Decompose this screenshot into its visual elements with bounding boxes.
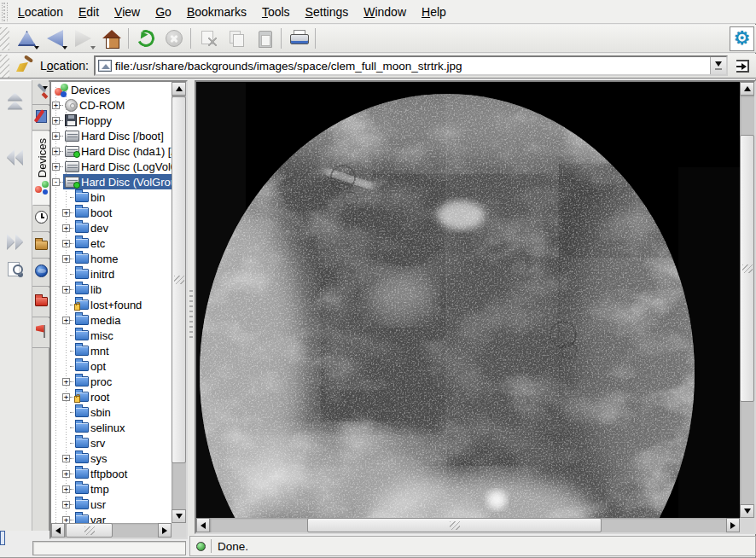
konqueror-gear-icon[interactable]: ⚙ <box>730 26 754 51</box>
tree-item-root[interactable]: +root <box>51 389 172 404</box>
tree-item-proc[interactable]: +proc <box>51 374 172 389</box>
sidebar-tab-bookmarks[interactable] <box>32 106 50 131</box>
scroll-up-button[interactable] <box>740 82 754 96</box>
cut-button[interactable] <box>194 26 222 51</box>
tree-item-lib[interactable]: +lib <box>51 282 172 297</box>
tree-item-home[interactable]: +home <box>51 251 172 266</box>
sidebar-tab-history[interactable] <box>32 206 50 232</box>
menu-location[interactable]: Location <box>10 2 71 22</box>
forward-fast-button[interactable] <box>3 229 27 254</box>
tree-item-bin[interactable]: bin <box>51 189 172 205</box>
tree-item-tftpboot[interactable]: +tftpboot <box>51 466 172 481</box>
home-button[interactable] <box>97 26 125 51</box>
go-button[interactable] <box>731 55 753 77</box>
scroll-up-button[interactable] <box>3 116 27 142</box>
print-button[interactable] <box>284 26 312 51</box>
location-input[interactable]: file:/usr/share/backgrounds/images/space… <box>115 60 710 73</box>
tree-item-dev[interactable]: +dev <box>51 220 172 235</box>
menu-go[interactable]: Go <box>148 2 179 22</box>
scrollbar-thumb[interactable] <box>172 96 186 463</box>
location-combobox[interactable]: file:/usr/share/backgrounds/images/space… <box>94 55 728 76</box>
tree-item-mnt[interactable]: mnt <box>51 343 172 358</box>
dropdown-arrow-icon[interactable] <box>34 46 39 49</box>
scrollbar-thumb[interactable] <box>66 523 113 538</box>
tree-item-var[interactable]: +var <box>51 512 172 523</box>
tree-expander[interactable]: + <box>62 255 70 263</box>
tree-item-media[interactable]: +media <box>51 312 172 328</box>
tree-expander[interactable]: + <box>62 240 70 247</box>
copy-button[interactable] <box>222 26 250 51</box>
tree-item-etc[interactable]: +etc <box>51 235 172 251</box>
tree-item-initrd[interactable]: initrd <box>51 266 172 282</box>
tree-item-sbin[interactable]: sbin <box>51 404 172 420</box>
tree-expander[interactable]: + <box>52 163 60 171</box>
sidebar-tab-home-directory[interactable] <box>32 233 50 259</box>
locationbar-handle[interactable] <box>0 55 9 78</box>
tree-item-hard-disc-boot[interactable]: +Hard Disc [/boot] <box>51 128 172 143</box>
scroll-left-button[interactable] <box>196 518 210 532</box>
sidebar-tab-root-directory[interactable] <box>32 288 50 317</box>
scroll-left-button[interactable] <box>51 523 65 538</box>
menu-bookmarks[interactable]: Bookmarks <box>179 2 254 22</box>
tree-expander[interactable]: + <box>52 102 60 109</box>
tree-item-srv[interactable]: srv <box>51 435 172 450</box>
tree-item-usr[interactable]: +usr <box>51 497 172 512</box>
tree-expander[interactable]: + <box>52 148 60 155</box>
tree-item-sys[interactable]: +sys <box>51 450 172 466</box>
tree-item-tmp[interactable]: +tmp <box>51 481 172 497</box>
tree-expander[interactable]: + <box>62 378 70 386</box>
clear-location-broom-icon[interactable] <box>15 56 35 75</box>
reload-button[interactable] <box>131 26 160 51</box>
sidebar-tab-services[interactable] <box>32 318 50 348</box>
menu-settings[interactable]: Settings <box>298 2 357 22</box>
back-fast-button[interactable] <box>3 144 27 170</box>
splitter-handle[interactable] <box>189 290 193 341</box>
menu-edit[interactable]: Edit <box>71 2 107 22</box>
tree-item-opt[interactable]: opt <box>51 358 172 374</box>
tree-expander[interactable]: + <box>62 209 70 217</box>
toolbar-handle[interactable] <box>0 27 9 50</box>
tree-expander[interactable]: - <box>52 178 60 186</box>
menubar-handle[interactable] <box>2 3 8 21</box>
tree-expander[interactable]: + <box>52 132 60 140</box>
tree-expander[interactable]: + <box>52 117 60 125</box>
tree-item-hard-disc-logvol0[interactable]: +Hard Disc (LogVol0 <box>51 159 172 174</box>
scrollbar-thumb[interactable] <box>307 518 602 532</box>
paste-button[interactable] <box>250 26 278 51</box>
dropdown-arrow-icon[interactable] <box>90 46 96 49</box>
menu-view[interactable]: View <box>107 2 148 22</box>
scroll-up-fast-button[interactable] <box>3 88 27 113</box>
tree-expander[interactable]: + <box>62 286 70 294</box>
back-button[interactable] <box>41 26 69 51</box>
tree-item-selinux[interactable]: selinux <box>51 420 172 435</box>
menu-help[interactable]: Help <box>414 2 454 22</box>
menu-tools[interactable]: Tools <box>254 2 298 22</box>
moon-image[interactable] <box>196 82 740 518</box>
scroll-right-button[interactable] <box>726 518 740 532</box>
dropdown-arrow-icon[interactable] <box>62 46 67 49</box>
tree-item-floppy[interactable]: +Floppy <box>51 113 172 128</box>
up-button[interactable] <box>13 26 41 51</box>
scroll-down-button[interactable] <box>172 509 186 523</box>
tree-expander[interactable]: + <box>62 317 70 324</box>
sidebar-tab-configure[interactable] <box>32 82 50 105</box>
tree-expander[interactable]: + <box>62 516 70 524</box>
view-horizontal-scrollbar[interactable] <box>196 518 740 532</box>
tree-expander[interactable]: + <box>62 501 70 509</box>
tree-expander[interactable]: + <box>62 470 70 478</box>
menu-window[interactable]: Window <box>356 2 414 22</box>
tree-item-cd-rom[interactable]: +CD-ROM <box>51 97 172 113</box>
tree-vertical-scrollbar[interactable] <box>172 82 186 523</box>
forward-button[interactable] <box>69 26 97 51</box>
scroll-right-button[interactable] <box>158 523 172 538</box>
scroll-down-button[interactable] <box>740 504 754 518</box>
tree-item-lost-found[interactable]: lost+found <box>51 297 172 312</box>
back-button[interactable] <box>3 172 27 198</box>
combo-arrow-icon[interactable] <box>710 57 726 74</box>
tree-item-boot[interactable]: +boot <box>51 205 172 220</box>
sidebar-tab-devices[interactable]: Devices <box>32 131 50 206</box>
scrollbar-thumb[interactable] <box>740 135 754 402</box>
stop-button[interactable] <box>160 26 188 51</box>
tree-expander[interactable]: + <box>62 393 70 401</box>
tree-item-misc[interactable]: misc <box>51 328 172 343</box>
